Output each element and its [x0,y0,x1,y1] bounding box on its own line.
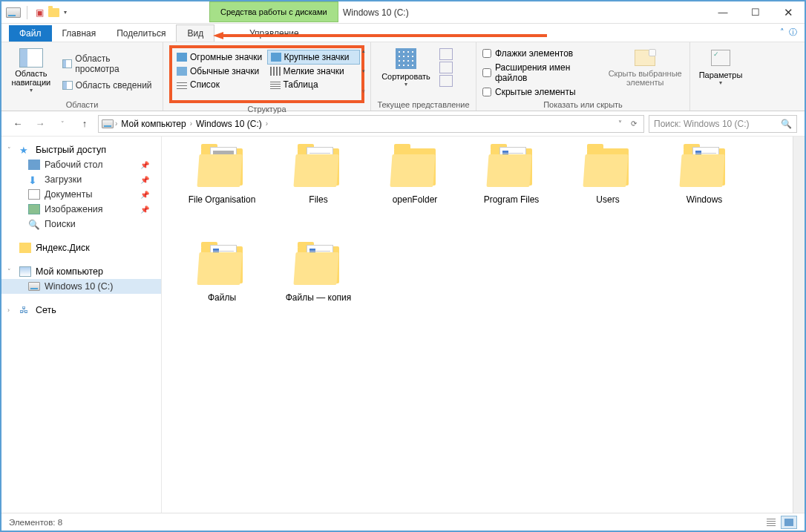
layout-large-icons[interactable]: Крупные значки [267,50,361,65]
help-icon[interactable]: ⓘ [789,27,797,38]
layout-small-icons[interactable]: Мелкие значки [267,65,361,78]
layout-medium-icons[interactable]: Обычные значки [174,65,267,78]
file-item[interactable]: Users [560,144,656,233]
file-list[interactable]: File Organisation Files openFolder Progr… [162,137,793,513]
add-columns-button[interactable] [439,48,453,60]
downloads-icon: ⬇ [28,174,40,185]
address-history-dropdown[interactable]: ˅ [615,119,626,128]
close-button[interactable]: ✕ [772,2,805,23]
item-count: Элементов: 8 [9,518,62,527]
minimize-button[interactable]: — [707,2,739,23]
collapse-ribbon-icon[interactable]: ˄ [780,27,784,37]
tab-share[interactable]: Поделиться [106,25,176,42]
file-item[interactable]: Файлы [174,242,270,331]
navigation-pane-button[interactable]: Область навигации ▾ [7,45,55,99]
ribbon-tabs: Файл Главная Поделиться Вид Управление ˄… [1,24,805,42]
layout-scroll-up[interactable]: ▴ [358,48,369,54]
folder-icon [197,242,247,288]
options-button[interactable]: Параметры ▾ [696,45,745,108]
size-columns-button[interactable] [439,62,453,73]
sidebar-yandex-disk[interactable]: Яндекс.Диск [1,240,161,255]
details-pane-button[interactable]: Область сведений [59,78,157,93]
layout-options-highlight: Огромные значки Крупные значки Обычные з… [169,45,364,103]
layout-large-icon [271,53,281,62]
tab-file[interactable]: Файл [9,25,52,42]
breadcrumb-separator[interactable]: › [190,119,192,128]
yandex-disk-icon [19,243,31,253]
layout-list[interactable]: Список [174,78,267,91]
qat-separator [27,6,27,19]
sidebar-searches[interactable]: 🔍Поиски [1,217,161,231]
group-by-button[interactable] [439,75,453,87]
breadcrumb-this-pc[interactable]: Мой компьютер [119,119,188,129]
tab-home[interactable]: Главная [52,25,107,42]
details-pane-icon [62,81,73,90]
file-label: Files [309,194,327,205]
item-checkboxes-toggle[interactable]: Флажки элементов [482,47,602,60]
folder-icon [583,144,633,190]
breadcrumb-separator[interactable]: › [115,119,117,128]
sort-by-button[interactable]: Сортировать ▾ [377,45,435,99]
layout-list-icon [177,80,187,89]
layout-expand[interactable]: ▿ [358,88,369,94]
file-label: Файлы [208,292,236,303]
folder-icon[interactable] [48,8,59,17]
file-item[interactable]: File Organisation [174,144,270,233]
breadcrumb-drive[interactable]: Windows 10 (C:) [194,119,264,129]
layout-medium-icon [177,67,187,76]
folder-icon [197,144,247,190]
file-label: Program Files [484,194,540,205]
navigation-pane: ˅★Быстрый доступ Рабочий стол📌 ⬇Загрузки… [1,137,162,513]
ribbon-group-panes-label: Области [7,99,157,109]
layout-details[interactable]: Таблица [267,78,361,91]
sidebar-pictures[interactable]: Изображения📌 [1,202,161,217]
sidebar-documents[interactable]: Документы📌 [1,187,161,202]
breadcrumb-separator[interactable]: › [266,119,268,128]
layout-extra-large-icons[interactable]: Огромные значки [174,50,267,65]
file-item[interactable]: Windows [656,144,753,233]
vertical-scrollbar[interactable] [793,137,805,513]
folder-icon [293,144,344,190]
tab-view[interactable]: Вид [176,24,214,42]
preview-pane-button[interactable]: Область просмотра [59,51,157,76]
sidebar-downloads[interactable]: ⬇Загрузки📌 [1,172,161,187]
drive-icon [28,282,40,291]
preview-pane-icon [62,59,73,68]
sidebar-desktop[interactable]: Рабочий стол📌 [1,157,161,172]
sidebar-drive-c[interactable]: Windows 10 (C:) [1,279,161,294]
search-input[interactable]: Поиск: Windows 10 (C:) 🔍 [649,115,797,133]
hidden-items-toggle[interactable]: Скрытые элементы [482,85,602,99]
context-tab-drive-tools[interactable]: Средства работы с дисками [209,1,338,22]
sidebar-this-pc[interactable]: ˅Мой компьютер [1,264,161,279]
qat-dropdown-icon[interactable]: ▾ [64,9,67,16]
navigation-bar: ← → ˅ ↑ › Мой компьютер › Windows 10 (C:… [1,111,805,137]
layout-extra-large-icon [177,53,187,62]
nav-forward-button[interactable]: → [31,115,49,133]
pictures-icon [28,204,40,214]
sidebar-network[interactable]: ›🖧Сеть [1,303,161,318]
nav-back-button[interactable]: ← [9,115,27,133]
ribbon: Область навигации ▾ Область просмотра Об… [1,42,805,111]
file-item[interactable]: Program Files [463,144,560,233]
file-extensions-toggle[interactable]: Расширения имен файлов [482,61,602,85]
folder-icon [486,144,537,190]
pin-icon: 📌 [140,176,149,184]
nav-recent-dropdown[interactable]: ˅ [53,115,71,133]
view-large-icons-toggle[interactable] [781,516,797,529]
status-bar: Элементов: 8 [1,513,805,531]
address-bar[interactable]: › Мой компьютер › Windows 10 (C:) › ˅ ⟳ [98,115,644,133]
sidebar-quick-access[interactable]: ˅★Быстрый доступ [1,142,161,157]
file-item[interactable]: openFolder [367,144,463,233]
maximize-button[interactable]: ☐ [739,2,772,23]
file-item[interactable]: Files [270,144,367,233]
sort-icon [396,48,416,69]
refresh-button[interactable]: ⟳ [627,119,640,128]
nav-up-button[interactable]: ↑ [76,115,94,133]
layout-scroll-down[interactable]: ▾ [358,68,369,74]
file-label: File Organisation [189,194,256,205]
file-item[interactable]: Файлы — копия [270,242,367,331]
qat-properties-icon[interactable]: ▣ [33,7,45,19]
hide-selected-icon [635,50,655,66]
view-details-toggle[interactable] [763,516,779,529]
hide-selected-button[interactable]: Скрыть выбранные элементы [606,45,684,99]
